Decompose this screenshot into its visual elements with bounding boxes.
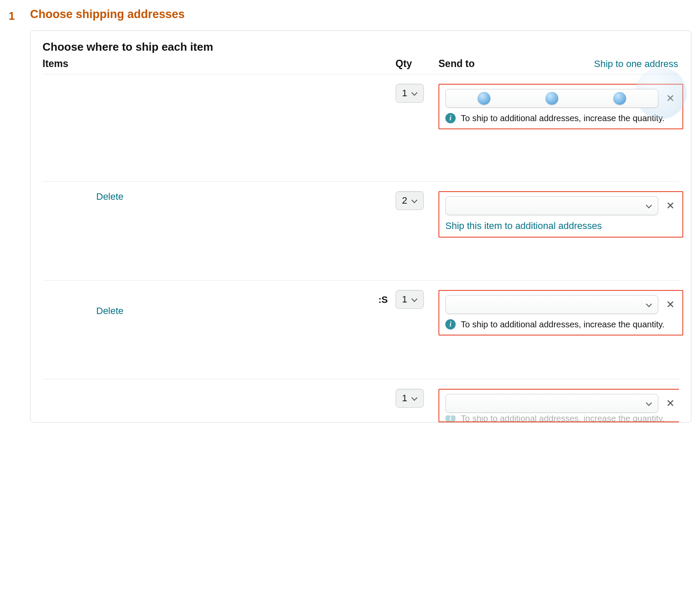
qty-value: 1 — [402, 294, 407, 305]
table-row: :S Delete 1 ✕ — [43, 281, 679, 379]
table-header: Items Qty Send to — [43, 58, 679, 74]
address-select[interactable] — [445, 295, 658, 314]
step-number: 1 — [9, 8, 30, 23]
item-cell: :S Delete — [43, 290, 396, 326]
address-select[interactable] — [445, 89, 658, 108]
shipping-panel: Choose where to ship each item Ship to o… — [30, 31, 691, 423]
info-text: To ship to additional addresses, increas… — [461, 320, 664, 330]
highlight-box: ✕ To ship to additional addresses, incre… — [438, 290, 683, 336]
step-title: Choose shipping addresses — [30, 8, 691, 21]
info-text: To ship to additional addresses, increas… — [461, 113, 664, 123]
chevron-down-icon — [411, 395, 417, 401]
remove-address-button[interactable]: ✕ — [664, 92, 676, 105]
highlight-box: ✕ To ship to additional addresses, incre… — [438, 389, 679, 422]
chevron-down-icon — [411, 90, 417, 96]
chevron-down-icon — [646, 302, 652, 308]
chevron-down-icon — [646, 400, 652, 406]
item-name-fragment: :S — [378, 294, 388, 305]
quantity-stepper[interactable]: 2 — [396, 191, 424, 210]
panel-title: Choose where to ship each item — [43, 40, 679, 54]
info-message: To ship to additional addresses, increas… — [445, 415, 676, 421]
decorative-orb — [613, 92, 626, 105]
qty-value: 1 — [402, 393, 407, 404]
delete-link[interactable]: Delete — [43, 305, 396, 317]
qty-value: 2 — [402, 195, 407, 206]
decorative-orb — [545, 92, 558, 105]
quantity-stepper[interactable]: 1 — [396, 290, 424, 309]
ship-to-one-address-link[interactable]: Ship to one address — [594, 58, 678, 70]
address-select[interactable] — [445, 196, 658, 215]
chevron-down-icon — [411, 198, 417, 204]
info-icon — [445, 415, 456, 421]
table-row: 1 ✕ To ship to add — [43, 379, 679, 422]
highlight-box: ✕ Ship this item to additional addresses — [438, 191, 683, 238]
highlight-box: ✕ To ship to additional addresses, incre… — [438, 84, 683, 129]
remove-address-button[interactable]: ✕ — [664, 397, 676, 410]
address-select[interactable] — [445, 394, 658, 413]
info-icon — [445, 319, 456, 330]
chevron-down-icon — [646, 203, 652, 209]
info-message: To ship to additional addresses, increas… — [445, 113, 676, 123]
remove-address-button[interactable]: ✕ — [664, 298, 676, 311]
table-row: Delete 1 — [43, 74, 679, 182]
table-row: Delete 2 ✕ — [43, 182, 679, 281]
qty-value: 1 — [402, 88, 407, 99]
info-message: To ship to additional addresses, increas… — [445, 319, 676, 330]
chevron-down-icon — [411, 296, 417, 302]
ship-additional-addresses-link[interactable]: Ship this item to additional addresses — [445, 220, 602, 231]
col-header-items: Items — [43, 58, 396, 70]
remove-address-button[interactable]: ✕ — [664, 199, 676, 213]
quantity-stepper[interactable]: 1 — [396, 389, 424, 408]
decorative-orb — [478, 92, 490, 105]
quantity-stepper[interactable]: 1 — [396, 84, 424, 103]
item-cell: Delete — [43, 191, 396, 212]
col-header-qty: Qty — [396, 58, 438, 70]
info-icon — [445, 113, 456, 123]
delete-link[interactable]: Delete — [43, 191, 396, 202]
info-text: To ship to additional addresses, increas… — [461, 415, 664, 421]
